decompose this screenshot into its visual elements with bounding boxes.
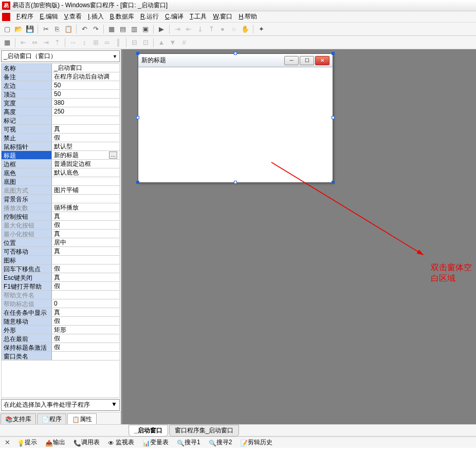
menu-B.数据库[interactable]: B.数据库 — [107, 11, 137, 22]
status-tab-剪辑历史[interactable]: 📝剪辑历史 — [236, 437, 276, 448]
property-value[interactable] — [52, 177, 119, 185]
resize-handle-ne[interactable] — [332, 52, 335, 55]
resize-handle-s[interactable] — [234, 181, 237, 184]
status-tab-变量表[interactable]: 📊变量表 — [139, 437, 172, 448]
property-value[interactable]: 普通固定边框 — [52, 160, 119, 168]
open-icon[interactable]: 📂 — [13, 24, 24, 34]
maximize-button[interactable]: ☐ — [300, 56, 314, 65]
resize-handle-e[interactable] — [332, 116, 335, 119]
tab-order-icon[interactable]: # — [179, 37, 189, 48]
property-value[interactable]: 真 — [52, 247, 119, 255]
property-value[interactable]: 真 — [52, 273, 119, 281]
property-row[interactable]: 总在最前假 — [2, 334, 119, 343]
center-h-icon[interactable]: ⊟ — [129, 37, 139, 48]
property-row[interactable]: 外形矩形 — [2, 326, 119, 334]
new-icon[interactable]: ▢ — [2, 24, 12, 34]
property-row[interactable]: 鼠标指针默认型 — [2, 142, 119, 151]
undo-icon[interactable]: ↶ — [79, 24, 89, 34]
property-row[interactable]: 禁止假 — [2, 134, 119, 142]
property-value[interactable] — [52, 352, 119, 360]
align-left-icon[interactable]: ⇤ — [18, 37, 28, 48]
redo-icon[interactable]: ↷ — [90, 24, 101, 34]
property-value[interactable]: 0 — [52, 299, 119, 308]
property-row[interactable]: 位置居中 — [2, 238, 119, 247]
step1-icon[interactable]: ⇥ — [172, 24, 182, 34]
win4-icon[interactable]: ▣ — [140, 24, 151, 34]
paste-icon[interactable]: 📋 — [63, 24, 74, 34]
break-icon[interactable]: ● — [217, 24, 228, 34]
property-row[interactable]: 可否移动真 — [2, 247, 119, 256]
send-back-icon[interactable]: ▼ — [168, 37, 178, 48]
property-value[interactable]: 默认底色 — [52, 168, 119, 177]
property-value[interactable]: 循环播放 — [52, 203, 119, 212]
resize-handle-se[interactable] — [332, 181, 335, 184]
property-row[interactable]: 底图 — [2, 177, 119, 186]
status-tab-搜寻2[interactable]: 🔍搜寻2 — [205, 437, 236, 448]
menu-F.程序[interactable]: F.程序 — [13, 11, 36, 22]
star-icon[interactable]: ✦ — [256, 24, 266, 34]
property-row[interactable]: 高度250 — [2, 107, 119, 116]
property-row[interactable]: 窗口类名 — [2, 352, 119, 361]
same-h-icon[interactable]: ↕ — [79, 37, 89, 48]
step4-icon[interactable]: ⤒ — [206, 24, 216, 34]
left-tab-属性[interactable]: 📋属性 — [67, 413, 97, 424]
win2-icon[interactable]: ▤ — [118, 24, 128, 34]
property-value[interactable]: 真 — [52, 125, 119, 133]
win3-icon[interactable]: ▥ — [129, 24, 139, 34]
status-tab-提示[interactable]: 💡提示 — [13, 437, 41, 448]
ellipsis-button[interactable]: … — [109, 151, 117, 159]
doc-tab[interactable]: 窗口程序集_启动窗口 — [169, 425, 240, 437]
property-row[interactable]: 帮助文件名 — [2, 291, 119, 299]
property-value[interactable]: 假 — [52, 317, 119, 325]
property-row[interactable]: 备注在程序启动后自动调 — [2, 72, 119, 81]
property-row[interactable]: 最大化按钮假 — [2, 221, 119, 230]
property-value[interactable]: 新的标题… — [52, 151, 119, 159]
save-icon[interactable]: 💾 — [25, 24, 35, 34]
property-row[interactable]: 边框普通固定边框 — [2, 160, 119, 168]
doc-tab[interactable]: _启动窗口 — [129, 425, 168, 437]
property-row[interactable]: 背景音乐 — [2, 195, 119, 203]
menu-C.编译[interactable]: C.编译 — [162, 11, 187, 22]
property-row[interactable]: 底图方式图片平铺 — [2, 186, 119, 195]
property-value[interactable]: 50 — [52, 81, 119, 89]
win1-icon[interactable]: ▦ — [106, 24, 117, 34]
menu-T.工具[interactable]: T.工具 — [187, 11, 210, 22]
property-value[interactable]: 真 — [52, 230, 119, 238]
resize-handle-w[interactable] — [136, 116, 139, 119]
property-row[interactable]: 回车下移焦点假 — [2, 264, 119, 273]
property-row[interactable]: Esc键关闭真 — [2, 273, 119, 282]
property-row[interactable]: 随意移动假 — [2, 317, 119, 326]
copy-icon[interactable]: ⎘ — [52, 24, 62, 34]
step3-icon[interactable]: ⤓ — [195, 24, 205, 34]
property-value[interactable]: 居中 — [52, 238, 119, 247]
resize-handle-nw[interactable] — [136, 52, 139, 55]
property-value[interactable]: 真 — [52, 308, 119, 316]
stop-icon[interactable]: ✋ — [240, 24, 250, 34]
break2-icon[interactable]: ○ — [229, 24, 239, 34]
property-value[interactable]: 默认型 — [52, 142, 119, 150]
same-size-icon[interactable]: ⊞ — [90, 37, 101, 48]
property-row[interactable]: 控制按钮真 — [2, 212, 119, 221]
close-button[interactable]: ✕ — [315, 56, 329, 65]
status-tab-监视表[interactable]: 👁监视表 — [104, 437, 138, 448]
property-value[interactable]: 假 — [52, 343, 119, 351]
align-center-icon[interactable]: ⇔ — [29, 37, 40, 48]
property-row[interactable]: 标记 — [2, 116, 119, 125]
menu-I.插入[interactable]: I.插入 — [85, 11, 107, 22]
property-value[interactable]: 矩形 — [52, 326, 119, 334]
property-value[interactable]: 假 — [52, 264, 119, 273]
property-row[interactable]: 标题新的标题… — [2, 151, 119, 160]
property-value[interactable]: 图片平铺 — [52, 186, 119, 194]
minimize-button[interactable]: ─ — [284, 56, 299, 65]
property-value[interactable]: 假 — [52, 134, 119, 142]
property-row[interactable]: 宽度380 — [2, 99, 119, 107]
resize-handle-sw[interactable] — [136, 181, 139, 184]
property-value[interactable] — [52, 256, 119, 264]
property-row[interactable]: 左边50 — [2, 81, 119, 90]
run-icon[interactable]: ▶ — [156, 24, 167, 34]
left-tab-程序[interactable]: 📄程序 — [37, 413, 66, 424]
event-handler-combo[interactable]: 在此处选择加入事件处理子程序 ▼ — [1, 399, 120, 411]
left-tab-支持库[interactable]: 📚支持库 — [1, 413, 36, 424]
property-row[interactable]: 在任务条中显示真 — [2, 308, 119, 317]
menu-R.运行[interactable]: R.运行 — [137, 11, 162, 22]
